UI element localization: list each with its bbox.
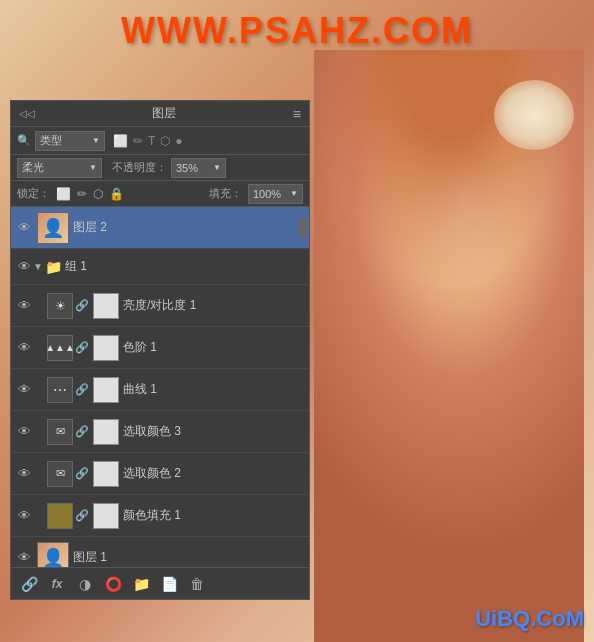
visibility-icon[interactable]: 👁 [15,507,33,525]
fill-label: 填充： [209,186,242,201]
layer-name: 图层 2 [73,219,305,236]
folder-icon: 📁 [45,259,62,275]
opacity-label: 不透明度： [112,160,167,175]
link-layers-icon[interactable]: 🔗 [19,576,39,592]
adjustment-icon-levels: ▲▲▲ [47,335,73,361]
filter-icons: ⬜ ✏ T ⬡ ● [113,134,183,148]
layer-mask-thumbnail [93,335,119,361]
link-icon: 🔗 [75,467,89,480]
visibility-icon[interactable]: 👁 [15,339,33,357]
fill-input[interactable]: 100% ▼ [248,184,303,204]
panel-title: 图层 [152,105,176,122]
link-icon: 🔗 [75,425,89,438]
panel-menu-icon[interactable]: ≡ [293,106,301,122]
filter-shape-icon[interactable]: ⬡ [160,134,170,148]
filter-type-dropdown[interactable]: 类型 ▼ [35,131,105,151]
new-group-icon[interactable]: 📁 [131,576,151,592]
blend-opacity-row: 柔光 ▼ 不透明度： 35% ▼ [11,155,309,181]
layers-list: 👁 👤 图层 2 👁 ▼ 📁 组 1 👁 ☀ [11,207,309,567]
layer-item-solidcolor[interactable]: 👁 🔗 颜色填充 1 [11,495,309,537]
lock-draw-icon[interactable]: ✏ [77,187,87,201]
fx-icon[interactable]: fx [47,577,67,591]
visibility-icon[interactable]: 👁 [15,465,33,483]
solid-color-swatch [47,503,73,529]
visibility-icon[interactable]: 👁 [15,297,33,315]
opacity-chevron: ▼ [213,163,221,172]
new-layer-icon[interactable]: 📄 [159,576,179,592]
watermark-bottom: UiBQ.CoM [475,606,584,632]
filter-adjustment-icon[interactable]: ✏ [133,134,143,148]
layer-item-curves[interactable]: 👁 ⋯ 🔗 曲线 1 [11,369,309,411]
panel-header: ◁◁ 图层 ≡ [11,101,309,127]
opacity-input[interactable]: 35% ▼ [171,158,226,178]
watermark-top: WWW.PSAHZ.COM [0,10,594,52]
layer-thumbnail: 👤 [37,542,69,568]
layer-item-layer1[interactable]: 👁 👤 图层 1 [11,537,309,567]
filter-text-icon[interactable]: T [148,134,155,148]
layer-mask-thumbnail [93,419,119,445]
layer-item-selective2[interactable]: 👁 ✉ 🔗 选取颜色 2 [11,453,309,495]
adjustment-icon-curves: ⋯ [47,377,73,403]
scroll-indicator [299,218,307,238]
group-expand-icon[interactable]: ▼ [33,261,43,272]
portrait-area [314,50,584,642]
visibility-icon[interactable]: 👁 [15,423,33,441]
panel-toolbar: 🔗 fx ◑ ⭕ 📁 📄 🗑 [11,567,309,599]
filter-smart-icon[interactable]: ● [175,134,182,148]
lock-pixels-icon[interactable]: ⬜ [56,187,71,201]
layer-mask-thumbnail [93,377,119,403]
layer-name: 选取颜色 3 [123,423,305,440]
layers-panel: ◁◁ 图层 ≡ 🔍 类型 ▼ ⬜ ✏ T ⬡ ● 柔光 ▼ [10,100,310,600]
blend-dropdown-chevron: ▼ [89,163,97,172]
filter-dropdown-chevron: ▼ [92,136,100,145]
visibility-icon[interactable]: 👁 [15,258,33,276]
search-icon: 🔍 [17,134,31,147]
delete-layer-icon[interactable]: 🗑 [187,576,207,592]
layer-name: 选取颜色 2 [123,465,305,482]
fill-chevron: ▼ [290,189,298,198]
adjustment-icon-selective3: ✉ [47,419,73,445]
layer-item-group[interactable]: 👁 ▼ 📁 组 1 [11,249,309,285]
layer-name: 图层 1 [73,549,305,566]
layer-mask-thumbnail [93,503,119,529]
layer-name: 颜色填充 1 [123,507,305,524]
visibility-icon[interactable]: 👁 [15,381,33,399]
lock-all-icon[interactable]: 🔒 [109,187,124,201]
panel-collapse-controls: ◁◁ [19,108,35,119]
layer-name: 曲线 1 [123,381,305,398]
layer-name: 色阶 1 [123,339,305,356]
lock-move-icon[interactable]: ⬡ [93,187,103,201]
layer-item[interactable]: 👁 👤 图层 2 [11,207,309,249]
layer-name: 亮度/对比度 1 [123,297,305,314]
lock-icons: ⬜ ✏ ⬡ 🔒 [56,187,124,201]
link-icon: 🔗 [75,299,89,312]
layer-item-brightness[interactable]: 👁 ☀ 🔗 亮度/对比度 1 [11,285,309,327]
adjustment-icon-selective2: ✉ [47,461,73,487]
layer-name: 组 1 [65,258,305,275]
filter-row: 🔍 类型 ▼ ⬜ ✏ T ⬡ ● [11,127,309,155]
visibility-icon[interactable]: 👁 [15,219,33,237]
blend-mode-dropdown[interactable]: 柔光 ▼ [17,158,102,178]
lock-fill-row: 锁定： ⬜ ✏ ⬡ 🔒 填充： 100% ▼ [11,181,309,207]
visibility-icon[interactable]: 👁 [15,549,33,567]
add-mask-icon[interactable]: ⭕ [103,576,123,592]
filter-pixel-icon[interactable]: ⬜ [113,134,128,148]
link-icon: 🔗 [75,383,89,396]
layer-item-levels[interactable]: 👁 ▲▲▲ 🔗 色阶 1 [11,327,309,369]
layer-item-selective3[interactable]: 👁 ✉ 🔗 选取颜色 3 [11,411,309,453]
layer-thumbnail: 👤 [37,212,69,244]
layer-mask-thumbnail [93,461,119,487]
new-fill-adjustment-icon[interactable]: ◑ [75,576,95,592]
collapse-left-icon[interactable]: ◁◁ [19,108,35,119]
link-icon: 🔗 [75,509,89,522]
main-container: WWW.PSAHZ.COM UiBQ.CoM ◁◁ 图层 ≡ 🔍 类型 ▼ ⬜ … [0,0,594,642]
adjustment-icon-brightness: ☀ [47,293,73,319]
link-icon: 🔗 [75,341,89,354]
layer-mask-thumbnail [93,293,119,319]
lock-label: 锁定： [17,186,50,201]
